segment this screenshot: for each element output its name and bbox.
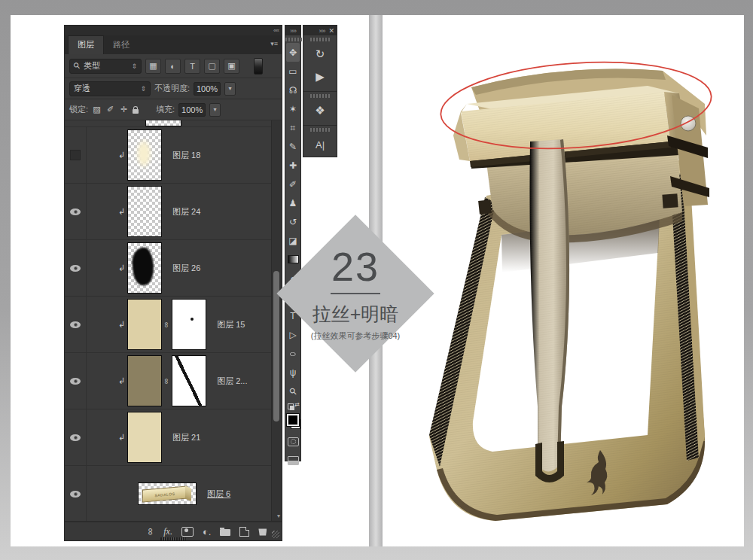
swap-colors-icon[interactable]: ⇄: [285, 400, 300, 412]
character-panel-button[interactable]: A|: [303, 133, 337, 156]
layer-row[interactable]: ↲ ∞ 图层 2...: [65, 353, 282, 409]
layer-thumbnail[interactable]: [127, 186, 162, 237]
layer-thumbnail[interactable]: [127, 129, 162, 181]
layer-name[interactable]: 图层 21: [172, 432, 200, 443]
filter-adjustment-icon[interactable]: ◐: [165, 59, 181, 74]
delete-layer-icon[interactable]: [258, 528, 267, 536]
character-icon: A|: [316, 139, 325, 151]
layer-thumbnail[interactable]: [127, 299, 162, 350]
layer-row[interactable]: ↲ 图层 21: [65, 409, 282, 466]
clipping-mask-icon: ↲: [118, 320, 127, 330]
visibility-cell[interactable]: [65, 184, 87, 239]
visibility-cell[interactable]: [65, 127, 87, 183]
layer-name[interactable]: 图层 18: [172, 150, 200, 161]
layer-thumbnail[interactable]: [127, 242, 162, 294]
tab-layers[interactable]: 图层: [68, 35, 104, 54]
zoom-tool[interactable]: ⚲: [285, 382, 300, 400]
panel-resize-handle[interactable]: [160, 537, 186, 540]
expand-panel-icon[interactable]: »»: [290, 27, 296, 35]
close-icon[interactable]: ✕: [328, 27, 334, 35]
layer-row[interactable]: ↲ 图层 18: [65, 127, 282, 184]
layer-name[interactable]: 图层 26: [172, 263, 200, 274]
blend-mode-dropdown[interactable]: 穿透 ⇕: [69, 81, 151, 96]
fill-value[interactable]: 100%: [178, 103, 206, 117]
filter-pixel-icon[interactable]: ▦: [145, 59, 161, 74]
layer-name[interactable]: 图层 6: [207, 488, 230, 500]
layer-thumbnail[interactable]: SADALOS: [138, 482, 197, 505]
mask-link-icon[interactable]: ∞: [163, 378, 171, 383]
visibility-cell[interactable]: [65, 297, 87, 352]
eyedropper-tool[interactable]: ✎: [285, 137, 300, 156]
tab-paths[interactable]: 路径: [104, 36, 139, 54]
scroll-down-icon[interactable]: ▾: [277, 513, 280, 519]
panel-resize-grip-icon[interactable]: [272, 531, 279, 538]
opacity-dropdown-icon[interactable]: ▾: [224, 82, 236, 96]
marquee-tool[interactable]: ▭: [285, 62, 300, 81]
filter-smart-object-icon[interactable]: ▣: [224, 59, 239, 74]
eye-icon[interactable]: [70, 378, 81, 385]
filter-shape-icon[interactable]: ▢: [204, 59, 220, 74]
texture-panel-button[interactable]: ❖: [303, 99, 337, 122]
foreground-background-colors[interactable]: [285, 412, 300, 432]
lock-all-icon[interactable]: [133, 109, 139, 114]
panel-grip-icon[interactable]: [310, 94, 330, 98]
opacity-value[interactable]: 100%: [194, 82, 221, 96]
new-group-icon[interactable]: [220, 529, 230, 536]
link-layers-icon[interactable]: ∞: [146, 528, 156, 534]
layer-row[interactable]: ↲ 图层 24: [65, 184, 282, 240]
filter-type-icon[interactable]: T: [184, 59, 200, 74]
panel-grip-icon[interactable]: [310, 38, 330, 41]
layer-mask-thumbnail[interactable]: [172, 299, 206, 350]
layer-row[interactable]: ↲ ∞ 图层 15: [65, 297, 282, 353]
eye-icon[interactable]: [70, 265, 81, 272]
eye-icon[interactable]: [70, 434, 81, 441]
panel-menu-icon[interactable]: ▾≡: [270, 40, 278, 47]
actions-panel-button[interactable]: ▶: [303, 65, 337, 88]
layer-style-fx-icon[interactable]: fx.: [163, 526, 172, 537]
history-panel-button[interactable]: ↻: [303, 43, 337, 65]
clone-stamp-tool[interactable]: ♟: [285, 193, 300, 212]
visibility-cell[interactable]: [65, 409, 87, 465]
screen-mode-button[interactable]: [285, 451, 300, 470]
quick-mask-button[interactable]: [285, 432, 300, 451]
move-tool[interactable]: ✥: [286, 43, 300, 62]
layer-row[interactable]: SADALOS 图层 6: [65, 466, 282, 522]
filter-kind-dropdown[interactable]: ⚲ 类型 ⇕: [69, 59, 142, 74]
expand-panel-icon[interactable]: »»: [319, 27, 325, 35]
healing-brush-tool[interactable]: ✚: [285, 156, 300, 175]
foreground-color-swatch[interactable]: [287, 414, 299, 426]
visibility-cell[interactable]: [65, 353, 87, 409]
eye-icon[interactable]: [70, 491, 81, 498]
layer-name[interactable]: 图层 24: [172, 206, 200, 218]
visibility-off-box[interactable]: [70, 150, 81, 160]
collapse-panel-icon[interactable]: ««: [273, 27, 279, 34]
filter-toggle-switch[interactable]: [254, 58, 263, 75]
mask-link-icon[interactable]: ∞: [163, 321, 171, 327]
new-layer-icon[interactable]: [239, 527, 249, 537]
lock-transparency-icon[interactable]: ▨: [92, 105, 102, 114]
crop-tool[interactable]: ⌗: [285, 118, 300, 137]
layer-row[interactable]: ↲ 图层 26: [65, 240, 282, 297]
layer-mask-thumbnail[interactable]: [172, 355, 206, 406]
panel-grip-icon[interactable]: [310, 128, 330, 132]
visibility-cell[interactable]: [65, 240, 87, 296]
layer-name[interactable]: 图层 2...: [217, 376, 247, 387]
layer-thumbnail[interactable]: [127, 355, 162, 406]
magic-wand-tool[interactable]: ✶: [285, 99, 300, 118]
clipping-mask-icon: ↲: [118, 151, 127, 160]
adjustment-layer-icon[interactable]: ◐.: [203, 527, 211, 537]
step-callout-diamond: 23 拉丝+明暗 (拉丝效果可参考步骤04): [276, 215, 434, 372]
eye-icon[interactable]: [70, 208, 81, 215]
brush-tool[interactable]: ✐: [285, 175, 300, 193]
layer-name[interactable]: 图层 15: [217, 319, 245, 330]
visibility-cell[interactable]: [65, 466, 87, 522]
eye-icon[interactable]: [70, 321, 81, 328]
lock-pixels-icon[interactable]: ✐: [105, 105, 115, 114]
lasso-tool[interactable]: ☊: [285, 81, 300, 99]
clipping-mask-icon: ↲: [118, 433, 127, 443]
fill-dropdown-icon[interactable]: ▾: [209, 103, 221, 117]
lock-position-icon[interactable]: ✛: [119, 105, 129, 114]
add-mask-icon[interactable]: [181, 527, 194, 537]
layer-thumbnail[interactable]: [127, 412, 162, 463]
zoom-tool-icon: ⚲: [287, 385, 299, 397]
